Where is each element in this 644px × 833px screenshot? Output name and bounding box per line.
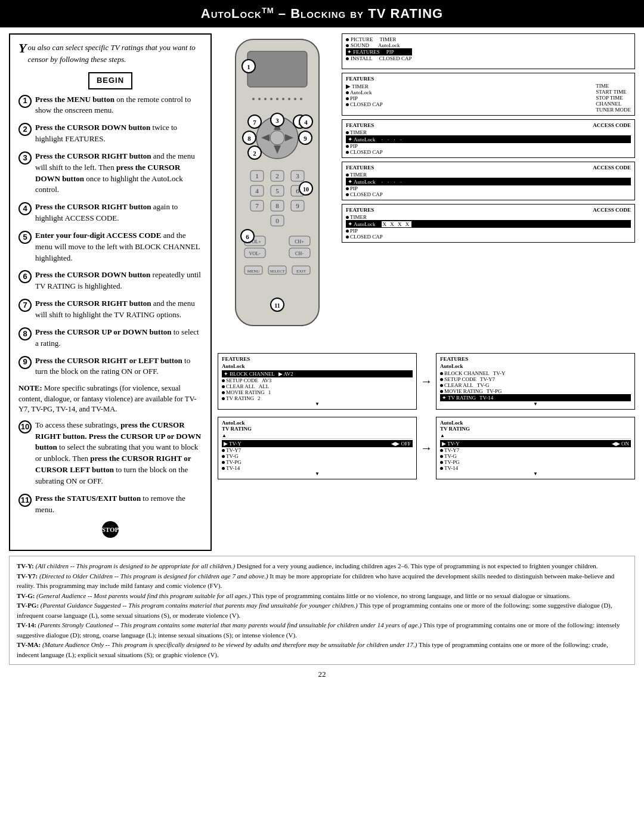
tv-rating-screens-area: AutoLock TV RATING ▲ ▶ TV-Y◀▶ OFF TV-Y7 … [218,417,635,479]
screen-panel-1: PICTURETIMER SOUNDAutoLock ✦ FEATURESPIP… [342,33,635,69]
step-2-number: 2 [18,123,32,136]
block-channel-screen-1: FEATURES AutoLock ✦BLOCK CHANNEL▶ AV2 SE… [218,353,417,410]
screen-panels-area: PICTURETIMER SOUNDAutoLock ✦ FEATURESPIP… [342,33,635,243]
stop-button-area: STOP [18,521,202,538]
svg-text:3: 3 [275,117,279,124]
right-column: 1 2 3 4 5 6 7 8 9 [218,33,635,551]
legend-area: TV-Y: (All children -- This program is d… [9,556,635,665]
svg-text:CH-: CH- [295,251,304,256]
stop-icon: STOP [102,521,119,538]
main-content: Y ou also can select specific TV ratings… [0,33,644,551]
step-11-text: Press the STATUS/EXIT button to remove t… [35,493,202,516]
page-number: 22 [0,670,644,684]
tv-rating-off-screen: AutoLock TV RATING ▲ ▶ TV-Y◀▶ OFF TV-Y7 … [218,417,417,479]
remote-control: 1 2 3 4 5 6 7 8 9 [218,33,337,346]
step-4-text: Press the CURSOR RIGHT button again to h… [35,202,202,224]
note-text: NOTE: More specific subratings (for viol… [18,383,202,415]
svg-text:6: 6 [246,233,249,240]
step-2: 2 Press the CURSOR DOWN button twice to … [18,122,202,145]
svg-text:1: 1 [255,172,259,179]
step-7: 7 Press the CURSOR RIGHT button and the … [18,298,202,321]
svg-text:SELECT: SELECT [270,269,285,274]
step-10-text: To access these subratings, press the CU… [35,420,202,487]
step-10-number: 10 [18,420,32,433]
svg-point-16 [270,131,284,145]
svg-text:2: 2 [253,150,256,157]
svg-text:3: 3 [296,172,299,179]
legend-tv-y: TV-Y: (All children -- This program is d… [17,561,627,571]
step-1: 1 Press the MENU button on the remote co… [18,94,202,117]
intro-text: Y ou also can select specific TV ratings… [18,42,202,65]
step-11: 11 Press the STATUS/EXIT button to remov… [18,493,202,516]
step-3-text: Press the CURSOR RIGHT button and the me… [35,151,202,196]
header-title: AutoLockTM – Blocking by TV Rating [201,6,443,21]
svg-point-3 [258,98,261,100]
svg-text:4: 4 [304,119,308,126]
step-1-text: Press the MENU button on the remote cont… [35,94,202,117]
svg-text:11: 11 [274,302,280,309]
svg-text:0: 0 [275,217,279,224]
arrow-1: → [420,353,432,410]
arrow-2: → [420,417,432,479]
step-6-text: Press the CURSOR DOWN button repeatedly … [35,270,202,292]
screen-panel-5: FEATURESACCESS CODE TIMER ✦AutoLockX X X… [342,204,635,243]
step-3: 3 Press the CURSOR RIGHT button and the … [18,151,202,196]
svg-text:VOL-: VOL- [249,251,260,256]
step-9-number: 9 [18,356,32,369]
begin-label: BEGIN [88,72,132,89]
step-4-number: 4 [18,202,32,215]
step-9: 9 Press the CURSOR RIGHT or LEFT button … [18,355,202,378]
svg-text:9: 9 [296,202,299,209]
svg-point-8 [288,98,290,100]
svg-point-5 [270,98,273,100]
step-11-number: 11 [18,494,32,507]
step-3-number: 3 [18,151,32,165]
svg-text:9: 9 [304,135,307,142]
intro-body: ou also can select specific TV ratings t… [27,43,195,64]
block-channel-screen-2: FEATURES AutoLock BLOCK CHANNELTV-Y SETU… [436,353,635,410]
step-2-text: Press the CURSOR DOWN button twice to hi… [35,122,202,145]
remote-svg: 1 2 3 4 5 6 7 8 9 [218,33,337,343]
svg-point-2 [252,98,255,100]
legend-tv-pg: TV-PG: (Parental Guidance Suggested -- T… [17,600,627,620]
svg-text:10: 10 [303,186,309,193]
svg-text:7: 7 [255,202,259,209]
svg-point-6 [276,98,278,100]
legend-tv-y7: TV-Y7: (Directed to Older Children -- Th… [17,571,627,591]
svg-text:7: 7 [253,119,256,126]
step-5-number: 5 [18,231,32,244]
svg-point-4 [264,98,267,100]
step-8-number: 8 [18,327,32,340]
svg-text:5: 5 [275,187,279,194]
tv-rating-on-screen: AutoLock TV RATING ▲ ▶ TV-Y◀▶ ON TV-Y7 T… [436,417,635,479]
page-header: AutoLockTM – Blocking by TV Rating [0,0,644,27]
svg-text:2: 2 [275,172,279,179]
instructions-panel: Y ou also can select specific TV ratings… [9,33,212,551]
step-8: 8 Press the CURSOR UP or DOWN button to … [18,327,202,349]
step-9-text: Press the CURSOR RIGHT or LEFT button to… [35,355,202,378]
step-1-number: 1 [18,95,32,108]
svg-point-9 [294,98,296,100]
screen-panel-3: FEATURESACCESS CODE TIMER ✦AutoLock· · ·… [342,119,635,158]
step-6: 6 Press the CURSOR DOWN button repeatedl… [18,270,202,292]
step-5: 5 Enter your four-digit ACCESS CODE and … [18,230,202,264]
screen-panel-4: FEATURESACCESS CODE TIMER ✦AutoLock· · ·… [342,162,635,200]
svg-point-7 [282,98,284,100]
step-8-text: Press the CURSOR UP or DOWN button to se… [35,327,202,349]
svg-text:1: 1 [247,63,250,70]
step-7-number: 7 [18,299,32,312]
decorative-letter: Y [18,42,26,55]
step-5-text: Enter your four-digit ACCESS CODE and th… [35,230,202,264]
svg-text:MENU: MENU [247,269,260,274]
svg-text:8: 8 [275,202,279,209]
legend-tv-14: TV-14: (Parents Strongly Cautioned -- Th… [17,620,627,640]
step-7-text: Press the CURSOR RIGHT button and the me… [35,298,202,321]
bottom-screens-area: FEATURES AutoLock ✦BLOCK CHANNEL▶ AV2 SE… [218,353,635,410]
svg-point-10 [300,98,302,100]
legend-tv-ma: TV-MA: (Mature Audience Only -- This pro… [17,640,627,659]
step-10: 10 To access these subratings, press the… [18,420,202,487]
legend-tv-g: TV-G: (General Audience -- Most parents … [17,591,627,601]
svg-text:4: 4 [255,187,259,194]
step-6-number: 6 [18,270,32,283]
svg-text:CH+: CH+ [295,239,304,244]
